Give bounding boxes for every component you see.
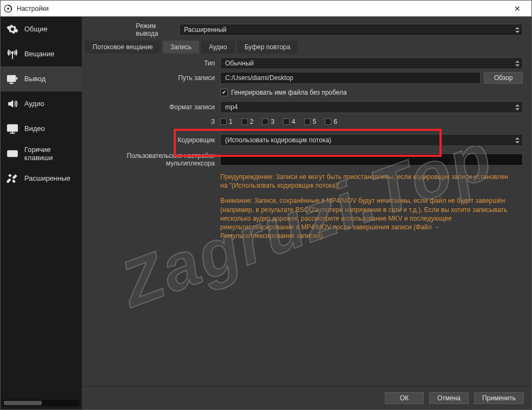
speaker-icon xyxy=(6,97,19,110)
settings-window: Настройки ✕ Общие Вещание Вывод Аудио xyxy=(0,0,532,410)
rec-path-field[interactable]: C:/Users/diami/Desktop xyxy=(220,72,481,84)
rec-type-select[interactable]: Обычный xyxy=(220,57,523,69)
no-space-checkbox[interactable]: Генерировать имя файла без пробела xyxy=(220,89,347,96)
svg-rect-7 xyxy=(8,124,17,131)
encoder-label: Кодировщик xyxy=(82,136,220,144)
gear-icon xyxy=(6,23,19,36)
tools-icon xyxy=(6,172,19,185)
output-mode-select[interactable]: Расширенный xyxy=(179,24,523,36)
rec-format-select[interactable]: mp4 xyxy=(220,101,523,113)
monitor-icon xyxy=(6,122,19,135)
warning-pause: Предупреждение: Записи не могут быть при… xyxy=(220,171,523,190)
output-tabs: Потоковое вещание Запись Аудио Буфер пов… xyxy=(85,41,526,54)
dialog-footer: ОК Отмена Применить xyxy=(82,386,531,409)
sidebar-item-video[interactable]: Видео xyxy=(1,116,82,141)
mux-label: Пользовательские настройки мультиплексор… xyxy=(82,152,220,167)
tab-streaming[interactable]: Потоковое вещание xyxy=(85,41,161,54)
output-icon xyxy=(6,72,19,85)
sidebar-item-advanced[interactable]: Расширенные xyxy=(1,166,82,191)
tab-audio[interactable]: Аудио xyxy=(201,41,235,54)
output-mode-label: Режим вывода xyxy=(82,22,179,37)
track-4[interactable]: 4 xyxy=(283,118,295,125)
checkbox-icon xyxy=(220,89,228,96)
sidebar-item-label: Видео xyxy=(24,124,45,133)
sidebar-item-stream[interactable]: Вещание xyxy=(1,42,82,67)
no-space-label: Генерировать имя файла без пробела xyxy=(231,89,347,96)
apply-button[interactable]: Применить xyxy=(474,392,524,404)
rec-type-value: Обычный xyxy=(225,59,254,67)
rec-path-label: Путь записи xyxy=(82,74,220,82)
audio-tracks: 1 2 3 4 5 6 xyxy=(220,118,337,125)
main-panel: Zagruzi.Top Режим вывода Расширенный Пот… xyxy=(82,17,531,409)
sidebar-scrollbar[interactable] xyxy=(3,400,80,406)
window-title: Настройки xyxy=(17,5,507,12)
ok-button[interactable]: ОК xyxy=(385,392,424,404)
tab-recording[interactable]: Запись xyxy=(163,41,199,54)
rec-type-label: Тип xyxy=(82,59,220,67)
keyboard-icon xyxy=(6,147,19,160)
sidebar-item-output[interactable]: Вывод xyxy=(1,67,82,91)
track-6[interactable]: 6 xyxy=(325,118,337,125)
browse-button[interactable]: Обзор xyxy=(484,72,523,84)
tab-replay-buffer[interactable]: Буфер повтора xyxy=(237,41,298,54)
encoder-value: (Использовать кодировщик потока) xyxy=(225,136,331,144)
close-button[interactable]: ✕ xyxy=(507,4,528,13)
mux-field[interactable] xyxy=(220,154,523,166)
sidebar-item-hotkeys[interactable]: Горячие клавиши xyxy=(1,141,82,166)
cancel-button[interactable]: Отмена xyxy=(429,392,469,404)
sidebar-item-audio[interactable]: Аудио xyxy=(1,91,82,116)
svg-point-1 xyxy=(7,8,9,10)
sidebar-item-general[interactable]: Общие xyxy=(1,17,82,42)
track-5[interactable]: 5 xyxy=(304,118,317,125)
track-2[interactable]: 2 xyxy=(241,118,254,125)
sidebar-item-label: Расширенные xyxy=(24,174,70,182)
tracks-label-cut: З xyxy=(82,118,220,125)
sidebar-item-label: Горячие клавиши xyxy=(24,146,76,162)
track-3[interactable]: 3 xyxy=(262,118,274,125)
antenna-icon xyxy=(6,48,19,61)
rec-format-value: mp4 xyxy=(225,103,238,111)
sidebar-item-label: Общие xyxy=(24,25,48,33)
rec-format-label: Формат записи xyxy=(82,103,220,111)
sidebar-item-label: Вывод xyxy=(24,75,45,83)
warning-mp4: Внимание: Записи, сохранённые в MP4/MOV … xyxy=(220,195,523,240)
svg-rect-4 xyxy=(8,75,16,81)
svg-rect-10 xyxy=(8,150,17,156)
encoder-select[interactable]: (Использовать кодировщик потока) xyxy=(220,134,523,146)
app-icon xyxy=(4,4,12,13)
sidebar: Общие Вещание Вывод Аудио Видео Горячие … xyxy=(1,17,82,409)
titlebar: Настройки ✕ xyxy=(1,1,531,17)
sidebar-item-label: Вещание xyxy=(24,50,55,58)
output-mode-value: Расширенный xyxy=(184,26,227,34)
sidebar-item-label: Аудио xyxy=(24,100,44,108)
track-1[interactable]: 1 xyxy=(220,118,233,125)
